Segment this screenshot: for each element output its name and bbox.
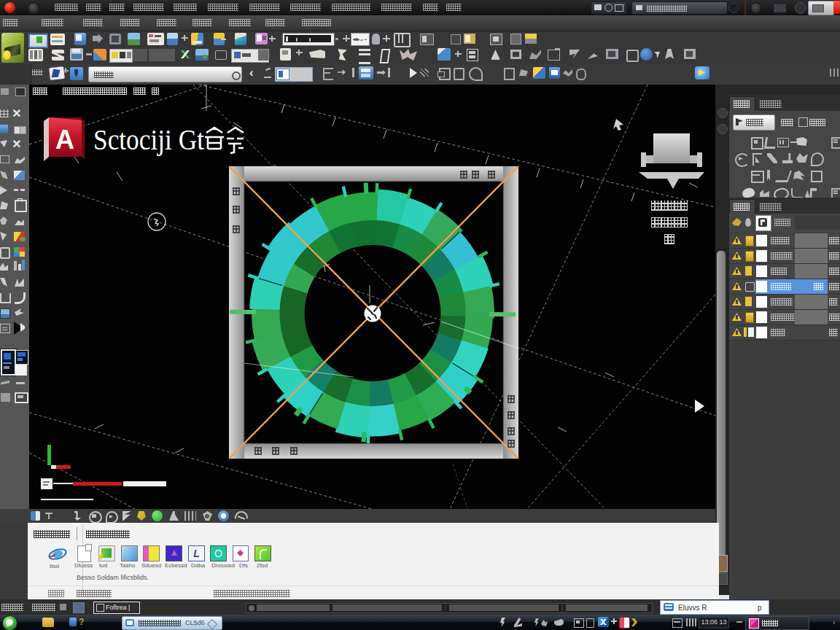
- svg-text:Sctociji Gt: Sctociji Gt: [93, 124, 204, 156]
- svg-text:A: A: [55, 125, 74, 155]
